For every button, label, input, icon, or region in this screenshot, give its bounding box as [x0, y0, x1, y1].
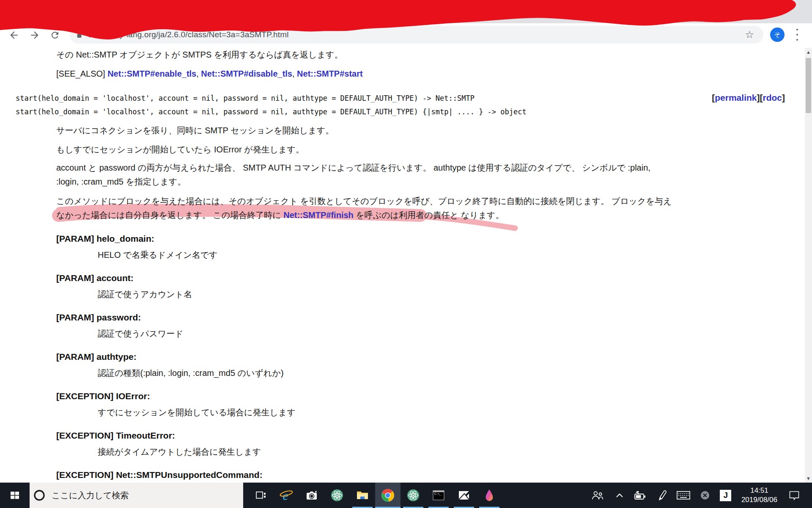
exception-ioerror-desc: すでにセッションを開始している場合に発生します [98, 407, 296, 418]
param-authtype-title: [PARAM] authtype: [56, 352, 137, 362]
x-circle-icon [699, 489, 711, 501]
link-start[interactable]: Net::SMTP#start [297, 69, 363, 78]
internet-explorer-icon: e [279, 488, 294, 502]
paint3d-droplet-icon [483, 489, 496, 502]
reload-icon [50, 30, 60, 40]
desktop-screen: docs.ruby-lang.org/ja/2.6.0/class/Net=3a… [0, 0, 812, 508]
taskbar-chrome-button[interactable] [375, 483, 401, 508]
ime-indicator-icon: J [720, 490, 731, 501]
forward-icon [29, 30, 40, 41]
paragraph-block-line1: このメソッドにブロックを与えた場合には、そのオブジェクト を引数としてそのブロッ… [56, 196, 672, 207]
windows-taskbar: ここに入力して検索 e [0, 483, 812, 508]
taskbar-camera-button[interactable] [299, 483, 324, 508]
exception-timeout-title: [EXCEPTION] TimeoutError: [56, 431, 175, 441]
mail-icon [457, 489, 471, 502]
param-password-title: [PARAM] password: [56, 312, 141, 323]
browser-menu-button[interactable] [795, 29, 800, 41]
pen-settings-button[interactable] [651, 483, 672, 508]
notification-icon [788, 489, 800, 501]
scrollbar-down-arrow[interactable]: ▼ [805, 474, 812, 483]
people-button[interactable] [585, 483, 610, 508]
taskbar-clock[interactable]: 14:51 2019/08/06 [736, 486, 782, 505]
paragraph-connect: サーバにコネクションを張り、同時に SMTP セッションを開始します。 [56, 125, 334, 136]
method-signature-2: start(helo_domain = 'localhost', account… [16, 108, 527, 116]
see-also-line: [SEE_ALSO] Net::SMTP#enable_tls, Net::SM… [56, 69, 363, 79]
paragraph-block-line2: なかった場合には自分自身を返します。 この場合終了時に Net::SMTP#fi… [56, 210, 504, 221]
taskbar-tray: J 14:51 2019/08/06 [585, 483, 812, 508]
taskbar-paint3d-button[interactable] [477, 483, 502, 508]
reload-button[interactable] [48, 28, 62, 42]
taskbar-ie-button[interactable]: e [274, 483, 299, 508]
camera-icon [305, 489, 318, 502]
taskbar-mail-button[interactable] [451, 483, 477, 508]
doc-intro-line: その Net::SMTP オブジェクトが SMTPS を利用するならば真を返しま… [56, 49, 343, 61]
tray-status-button[interactable] [695, 483, 715, 508]
start-button[interactable] [0, 483, 30, 508]
taskbar-atom-running-button[interactable] [401, 483, 426, 508]
touch-keyboard-button[interactable] [672, 483, 695, 508]
lock-icon [76, 31, 83, 39]
link-finish[interactable]: Net::SMTP#finish [283, 210, 354, 220]
command-prompt-icon: C:\_ [432, 489, 445, 502]
method-signature-1: start(helo_domain = 'localhost', account… [16, 94, 475, 102]
battery-charging-icon [633, 489, 647, 501]
search-placeholder-text: ここに入力して検索 [52, 490, 129, 501]
profile-initial: そ [774, 31, 780, 39]
taskbar-search-box[interactable]: ここに入力して検索 [30, 483, 243, 508]
taskbar-file-explorer-button[interactable] [350, 483, 375, 508]
param-helo-domain-title: [PARAM] helo_domain: [56, 234, 154, 244]
page-content: その Net::SMTP オブジェクトが SMTPS を利用するならば真を返しま… [0, 48, 805, 483]
chrome-icon [381, 488, 395, 502]
cortana-icon [33, 489, 46, 502]
atom-icon [406, 489, 420, 502]
back-icon [8, 30, 19, 41]
bookmark-star-icon[interactable]: ☆ [745, 30, 754, 40]
battery-status-button[interactable] [629, 483, 651, 508]
taskbar-cmd-button[interactable]: C:\_ [426, 483, 451, 508]
exception-ioerror-title: [EXCEPTION] IOError: [56, 391, 150, 401]
chevron-up-icon [615, 492, 624, 498]
permalink-rdoc-links: [permalink][rdoc] [712, 93, 785, 103]
page-scrollbar[interactable]: ▲ ▼ [805, 48, 812, 483]
link-disable-tls[interactable]: Net::SMTP#disable_tls [201, 69, 292, 78]
clock-time: 14:51 [741, 486, 777, 495]
param-account-desc: 認証で使うアカウント名 [98, 289, 192, 300]
ime-mode-button[interactable]: J [715, 483, 736, 508]
file-explorer-icon [356, 489, 369, 502]
keyboard-icon [676, 490, 691, 501]
clock-date: 2019/08/06 [741, 495, 777, 505]
svg-text:C:\_: C:\_ [434, 492, 442, 496]
profile-avatar[interactable]: そ [770, 28, 785, 42]
permalink-link[interactable]: permalink [715, 93, 757, 102]
action-center-button[interactable] [782, 483, 806, 508]
forward-button[interactable] [27, 28, 42, 42]
task-view-icon [255, 489, 267, 501]
link-enable-tls[interactable]: Net::SMTP#enable_tls [107, 69, 196, 78]
exception-timeout-desc: 接続がタイムアウトした場合に発生します [98, 446, 261, 458]
paragraph-auth-line1: account と password の両方が与えられた場合、 SMTP AUT… [56, 162, 650, 174]
atom-icon [330, 489, 344, 502]
url-bar[interactable]: docs.ruby-lang.org/ja/2.6.0/class/Net=3a… [70, 26, 763, 44]
paragraph-auth-line2: :login, :cram_md5 を指定します。 [56, 176, 186, 188]
paragraph-ioerror: もしすでにセッションが開始していたら IOError が発生します。 [56, 144, 304, 155]
back-button[interactable] [7, 28, 21, 42]
param-password-desc: 認証で使うパスワード [98, 328, 184, 340]
task-view-button[interactable] [248, 483, 274, 508]
url-text: docs.ruby-lang.org/ja/2.6.0/class/Net=3a… [88, 30, 289, 39]
pen-icon [656, 489, 667, 501]
taskbar-atom-pinned-button[interactable] [324, 483, 350, 508]
scrollbar-up-arrow[interactable]: ▲ [805, 48, 812, 56]
param-helo-domain-desc: HELO で名乗るドメイン名です [98, 249, 218, 261]
see-also-label: [SEE_ALSO] [56, 69, 107, 78]
exception-unsupported-title: [EXCEPTION] Net::SMTPUnsupportedCommand: [56, 470, 263, 480]
param-account-title: [PARAM] account: [56, 273, 134, 283]
tray-chevron-button[interactable] [610, 483, 629, 508]
param-authtype-desc: 認証の種類(:plain, :login, :cram_md5 のいずれか) [98, 367, 284, 379]
windows-logo-icon [10, 490, 20, 500]
people-icon [591, 489, 604, 501]
scrollbar-thumb[interactable] [806, 58, 811, 113]
browser-tabstrip [0, 0, 812, 23]
rdoc-link[interactable]: rdoc [763, 93, 782, 102]
